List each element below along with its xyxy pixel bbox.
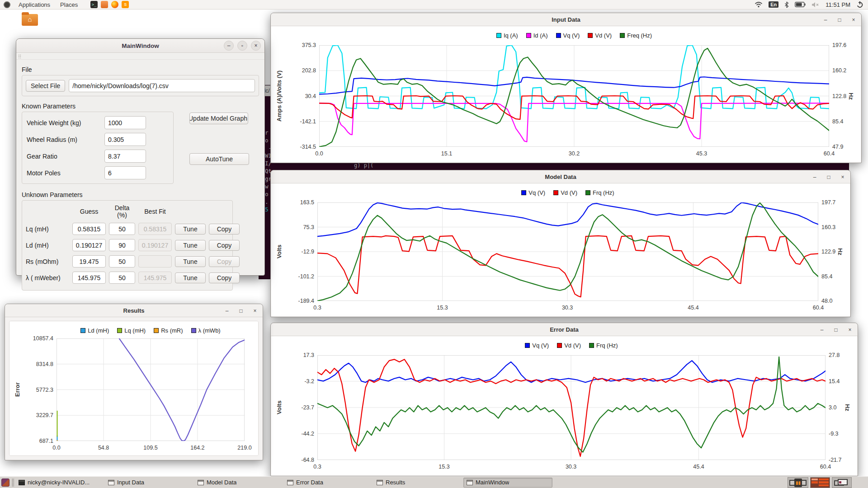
file-group-box: Select File — [22, 75, 259, 96]
minimize-icon[interactable]: – — [819, 327, 825, 333]
close-icon[interactable]: × — [252, 308, 258, 314]
minimize-icon[interactable]: – — [822, 17, 829, 23]
input-chart-legend: Iq (A)Id (A)Vq (V)Vd (V)Freq (Hz) — [271, 32, 861, 39]
close-icon[interactable]: × — [251, 41, 261, 51]
ld-mh-guess-input[interactable] — [72, 239, 106, 251]
tick-label: 3.0 — [829, 404, 836, 411]
minimize-icon[interactable]: – — [811, 174, 818, 180]
mweber-tune-button[interactable]: Tune — [175, 272, 206, 283]
tick-label: -21.7 — [829, 457, 842, 463]
maximize-icon[interactable]: □ — [826, 174, 832, 180]
terminal-icon[interactable]: >_ — [90, 1, 98, 8]
error-right-axis-title: Hz — [844, 355, 851, 460]
applications-menu[interactable]: Applications — [17, 1, 52, 8]
volume-muted-icon[interactable] — [811, 2, 820, 8]
gear-ratio-input[interactable] — [104, 150, 146, 163]
distro-menu-icon[interactable] — [4, 1, 10, 8]
tick-label: 45.4 — [688, 305, 698, 311]
rs-mohm-label: Rs (mOhm) — [26, 258, 69, 265]
legend-label: Vd (V) — [595, 32, 612, 39]
legend-label: λ (mWb) — [198, 327, 221, 334]
wifi-icon[interactable] — [755, 1, 763, 8]
taskbar-item-results[interactable]: Results — [374, 478, 463, 488]
input-left-axis-title: Amps (A)/Volts (V) — [276, 45, 283, 147]
desktop: Applications Places >_ S En — [0, 0, 868, 488]
legend-swatch-icon — [557, 343, 562, 348]
update-model-graph-button[interactable]: Update Model Graph — [189, 113, 248, 124]
wheel-radius-m-input[interactable] — [104, 133, 146, 146]
toolbar-handle[interactable] — [16, 53, 264, 60]
mweber-copy-button[interactable]: Copy — [209, 272, 240, 283]
legend-item: Vq (V) — [521, 189, 545, 196]
power-icon[interactable] — [856, 1, 863, 8]
rs-mohm-copy-button[interactable]: Copy — [209, 256, 240, 267]
lq-mh-best-fit-field — [138, 223, 172, 235]
select-file-button[interactable]: Select File — [26, 80, 65, 92]
minimize-icon[interactable]: – — [224, 308, 230, 314]
model-data-titlebar[interactable]: Model Data – □ × — [271, 170, 850, 183]
legend-item: Vd (V) — [557, 342, 581, 349]
tick-label: 3229.7 — [36, 412, 53, 418]
taskbar-item-label: Input Data — [117, 479, 144, 486]
ld-mh-tune-button[interactable]: Tune — [175, 240, 206, 251]
maximize-icon[interactable]: □ — [833, 327, 839, 333]
maximize-icon[interactable]: □ — [836, 17, 843, 23]
main-window-titlebar[interactable]: MainWindow – ▫ × — [16, 39, 264, 53]
lq-mh-guess-input[interactable] — [72, 223, 106, 235]
maximize-icon[interactable]: ▫ — [237, 41, 247, 51]
input-data-titlebar[interactable]: Input Data – □ × — [271, 13, 861, 26]
lq-mh-copy-button[interactable]: Copy — [209, 224, 240, 235]
menu-applet-icon[interactable] — [1, 479, 9, 487]
legend-label: Vq (V) — [532, 342, 549, 349]
unknown-parameters-label: Unknown Parameters — [22, 191, 259, 198]
legend-swatch-icon — [496, 33, 501, 38]
error-data-titlebar[interactable]: Error Data – □ × — [271, 323, 858, 336]
motor-poles-input[interactable] — [104, 166, 146, 179]
sublime-icon[interactable]: S — [122, 1, 129, 8]
mweber-best-fit-field — [138, 272, 172, 284]
lq-mh-label: Lq (mH) — [26, 225, 69, 233]
firefox-icon[interactable] — [111, 1, 118, 8]
tick-label: 122.9 — [821, 249, 835, 255]
window-list-applet[interactable]: ▮▮ — [788, 477, 808, 488]
tick-label: 15.3 — [437, 305, 448, 311]
close-icon[interactable]: × — [847, 327, 853, 333]
keyboard-layout-indicator[interactable]: En — [769, 1, 778, 8]
file-path-input[interactable] — [69, 79, 255, 92]
files-icon[interactable] — [101, 1, 108, 8]
taskbar-item-error-data[interactable]: Error Data — [284, 478, 373, 488]
bluetooth-icon[interactable] — [784, 1, 789, 8]
tick-label: 0.3 — [313, 305, 321, 311]
close-icon[interactable]: × — [850, 17, 857, 23]
mweber-guess-input[interactable] — [72, 272, 106, 284]
taskbar-item-nicky-nicky-invalid[interactable]: nicky@nicky-INVALID... — [16, 478, 105, 488]
home-desktop-icon[interactable]: ⌂ — [21, 12, 39, 27]
places-menu[interactable]: Places — [58, 1, 80, 8]
workspace-2-applet[interactable] — [832, 477, 852, 488]
rs-mohm-delta-input[interactable] — [109, 255, 135, 267]
mweber-delta-input[interactable] — [109, 272, 135, 284]
minimize-icon[interactable]: – — [224, 41, 234, 51]
ld-mh-best-fit-field — [138, 239, 172, 251]
legend-item: Id (A) — [526, 32, 548, 39]
results-titlebar[interactable]: Results – □ × — [5, 304, 263, 317]
rs-mohm-tune-button[interactable]: Tune — [175, 256, 206, 267]
maximize-icon[interactable]: □ — [238, 308, 244, 314]
taskbar-item-model-data[interactable]: Model Data — [195, 478, 284, 488]
rs-mohm-guess-input[interactable] — [72, 255, 106, 267]
clock[interactable]: 11:51 PM — [826, 1, 850, 8]
close-icon[interactable]: × — [840, 174, 846, 180]
battery-icon[interactable] — [795, 2, 806, 7]
autotune-button[interactable]: AutoTune — [189, 153, 249, 165]
legend-label: Rs (mR) — [161, 327, 183, 334]
workspace-switcher-applet[interactable] — [810, 477, 830, 488]
ld-mh-copy-button[interactable]: Copy — [209, 240, 240, 251]
lq-mh-tune-button[interactable]: Tune — [175, 224, 206, 235]
vehicle-weight-kg-input[interactable] — [104, 116, 146, 129]
main-window: MainWindow – ▫ × File Select File Known … — [16, 38, 265, 276]
tick-label: 15.4 — [829, 378, 840, 385]
taskbar-item-input-data[interactable]: Input Data — [105, 478, 194, 488]
ld-mh-delta-input[interactable] — [109, 239, 135, 251]
taskbar-item-mainwindow[interactable]: MainWindow — [463, 478, 552, 488]
lq-mh-delta-input[interactable] — [109, 223, 135, 235]
